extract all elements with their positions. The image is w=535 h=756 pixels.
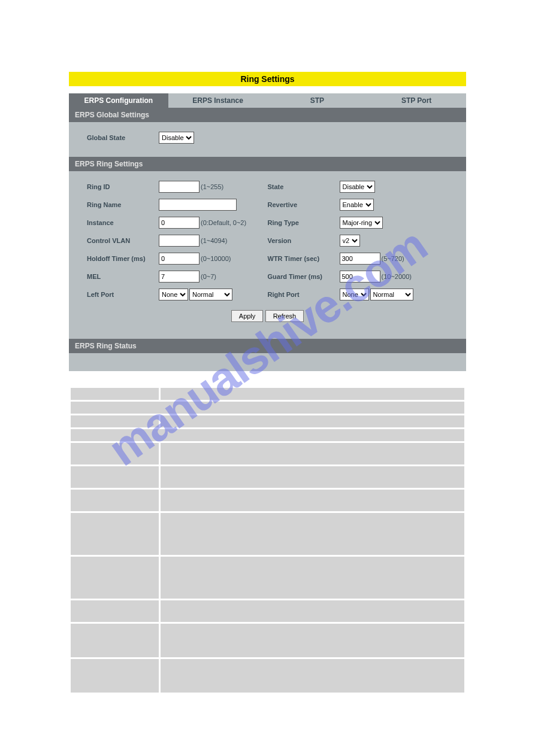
table-cell xyxy=(160,623,466,658)
table-cell xyxy=(70,466,160,489)
global-state-select[interactable]: Disable xyxy=(159,132,194,144)
table-cell xyxy=(160,466,466,489)
tab-bar: ERPS Configuration ERPS Instance STP STP… xyxy=(69,93,466,108)
table-cell xyxy=(70,401,466,415)
table-cell xyxy=(70,600,160,623)
section-header-status: ERPS Ring Status xyxy=(69,339,466,353)
version-label: Version xyxy=(268,237,340,244)
guard-label: Guard Timer (ms) xyxy=(268,273,340,280)
refresh-button[interactable]: Refresh xyxy=(265,310,304,322)
table-cell xyxy=(70,658,160,694)
table-cell xyxy=(160,387,466,401)
right-port-select[interactable]: None xyxy=(340,289,369,300)
tab-stp-port[interactable]: STP Port xyxy=(367,93,466,108)
holdoff-input[interactable] xyxy=(159,253,200,265)
section-body-ring: Ring ID (1~255) State Disable Ring Name … xyxy=(69,171,466,339)
section-body-status xyxy=(69,353,466,371)
left-port-mode-select[interactable]: Normal xyxy=(189,289,232,300)
mel-label: MEL xyxy=(87,273,159,280)
table-cell xyxy=(70,489,160,512)
tab-erps-instance[interactable]: ERPS Instance xyxy=(168,93,268,108)
holdoff-label: Holdoff Timer (ms) xyxy=(87,255,159,262)
instance-label: Instance xyxy=(87,219,159,226)
ring-id-hint: (1~255) xyxy=(201,183,223,190)
mel-hint: (0~7) xyxy=(201,273,216,280)
global-state-label: Global State xyxy=(87,134,159,141)
table-cell xyxy=(160,658,466,694)
left-port-label: Left Port xyxy=(87,291,159,298)
wtr-label: WTR Timer (sec) xyxy=(268,255,340,262)
revertive-label: Revertive xyxy=(268,201,340,208)
main-panel: ERPS Global Settings Global State Disabl… xyxy=(69,108,466,371)
tab-erps-configuration[interactable]: ERPS Configuration xyxy=(69,93,168,108)
table-cell xyxy=(160,489,466,512)
section-header-global: ERPS Global Settings xyxy=(69,108,466,122)
section-header-ring: ERPS Ring Settings xyxy=(69,157,466,171)
guard-input[interactable] xyxy=(340,271,380,283)
ring-type-label: Ring Type xyxy=(268,219,340,226)
table-cell xyxy=(70,623,160,658)
table-cell xyxy=(160,600,466,623)
table-cell xyxy=(160,556,466,600)
page-title: Ring Settings xyxy=(69,72,466,86)
control-vlan-input[interactable] xyxy=(159,235,200,247)
left-port-select[interactable]: None xyxy=(159,289,188,300)
revertive-select[interactable]: Enable xyxy=(340,199,374,211)
instance-hint: (0:Default, 0~2) xyxy=(201,219,246,226)
table-cell xyxy=(70,415,160,429)
right-port-mode-select[interactable]: Normal xyxy=(370,289,413,300)
instance-input[interactable] xyxy=(159,217,200,229)
table-cell xyxy=(160,512,466,556)
table-cell xyxy=(160,415,466,429)
guard-hint: (10~2000) xyxy=(382,273,412,280)
table-cell xyxy=(70,387,160,401)
description-table xyxy=(69,386,466,694)
mel-input[interactable] xyxy=(159,271,200,283)
table-cell xyxy=(160,442,466,466)
state-select[interactable]: Disable xyxy=(340,181,375,193)
ring-id-label: Ring ID xyxy=(87,183,159,190)
right-port-label: Right Port xyxy=(268,291,340,298)
tab-stp[interactable]: STP xyxy=(268,93,367,108)
table-cell xyxy=(70,442,160,466)
section-body-global: Global State Disable xyxy=(69,122,466,157)
control-vlan-label: Control VLAN xyxy=(87,237,159,244)
table-cell xyxy=(70,556,160,600)
ring-id-input[interactable] xyxy=(159,181,200,193)
ring-type-select[interactable]: Major-ring xyxy=(340,217,383,229)
holdoff-hint: (0~10000) xyxy=(201,255,231,262)
ring-name-input[interactable] xyxy=(159,199,237,211)
wtr-input[interactable] xyxy=(340,253,380,265)
ring-name-label: Ring Name xyxy=(87,201,159,208)
button-row: Apply Refresh xyxy=(87,305,448,330)
apply-button[interactable]: Apply xyxy=(231,310,264,322)
wtr-hint: (5~720) xyxy=(382,255,404,262)
table-cell xyxy=(70,429,466,442)
version-select[interactable]: v2 xyxy=(340,235,360,247)
table-cell xyxy=(70,512,160,556)
control-vlan-hint: (1~4094) xyxy=(201,237,227,244)
state-label: State xyxy=(268,183,340,190)
